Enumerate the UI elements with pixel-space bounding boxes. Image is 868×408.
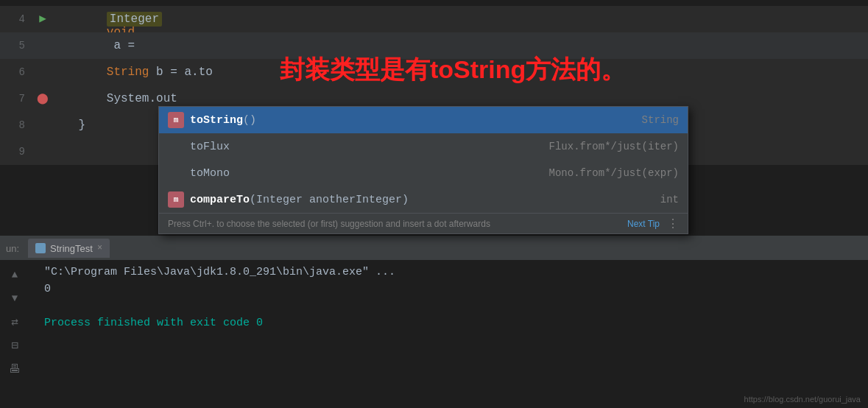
editor-area: 4 ▶ private static void test02 (){ 5 (0, 0, 868, 236)
method-icon-tostring: m (168, 112, 184, 128)
autocomplete-item-compareto[interactable]: m compareTo(Integer anotherInteger) int (159, 186, 688, 213)
line-number-4: 4 (0, 6, 37, 32)
run-gutter-icon[interactable]: ▶ (37, 13, 49, 25)
line-number-6: 6 (0, 59, 37, 85)
gutter-6 (37, 66, 49, 78)
ac-bold-tostring: toString (190, 114, 243, 127)
footer-more-icon[interactable]: ⋮ (667, 217, 679, 231)
ac-return-tomono: Mono.from*/just(expr) (549, 167, 679, 179)
line-number-5: 5 (0, 32, 37, 59)
wrap-lines-button[interactable]: ⇄ (6, 313, 24, 331)
run-panel: un: StringTest × ▲ ▼ ⇄ ⊟ 🖶 "C:\Program F… (0, 236, 868, 408)
run-triangle-icon[interactable]: ▶ (39, 6, 46, 32)
footer-next-tip-link[interactable]: Next Tip (627, 219, 660, 229)
line-8-content: } (50, 112, 85, 138)
gutter-9 (37, 146, 49, 158)
footer-hint-text: Press Ctrl+. to choose the selected (or … (168, 219, 627, 229)
ac-name-toflux: toFlux (190, 141, 540, 153)
line-number-8: 8 (0, 112, 37, 138)
highlight-integer: Integer (107, 12, 162, 27)
file-tab-icon (35, 243, 46, 253)
type-string: String (107, 66, 149, 79)
ac-name-tomono: toMono (190, 167, 540, 180)
gutter-5 (37, 40, 49, 52)
output-line-3 (44, 300, 868, 312)
run-tab-name: StringTest (50, 243, 93, 254)
ac-return-compareto: int (660, 194, 679, 205)
ac-name-compareto: compareTo(Integer anotherInteger) (190, 194, 652, 206)
ac-return-tostring: String (642, 114, 679, 126)
line-number-9: 9 (0, 138, 37, 165)
autocomplete-popup: m toString() String m toFlux Flux.from*/… (158, 106, 688, 234)
gutter-8 (37, 119, 49, 131)
clear-output-button[interactable]: ⊟ (6, 337, 24, 354)
scroll-down-button[interactable]: ▼ (6, 289, 24, 307)
output-line-1: "C:\Program Files\Java\jdk1.8.0_291\bin\… (44, 266, 868, 278)
annotation-overlay: 封装类型是有toString方法的。 (280, 53, 626, 87)
print-button[interactable]: 🖶 (6, 360, 24, 378)
run-label: un: (6, 243, 19, 254)
autocomplete-item-tostring[interactable]: m toString() String (159, 107, 688, 133)
line-number-7: 7 (0, 85, 37, 112)
watermark-text: https://blog.csdn.net/guorui_java (744, 395, 861, 404)
output-line-2: 0 (44, 283, 868, 295)
output-line-4: Process finished with exit code 0 (44, 317, 868, 329)
run-side-controls: ▲ ▼ ⇄ ⊟ 🖶 (6, 266, 24, 378)
ac-bold-compareto: compareTo (190, 194, 250, 206)
line-6-content: String b = a.to (50, 59, 213, 85)
ac-name-tostring: toString() (190, 114, 633, 127)
autocomplete-item-tomono[interactable]: m toMono Mono.from*/just(expr) (159, 160, 688, 186)
method-icon-compareto: m (168, 191, 184, 208)
ac-return-toflux: Flux.from*/just(iter) (549, 141, 679, 152)
run-tab-stringtest[interactable]: StringTest × (28, 239, 110, 258)
autocomplete-item-toflux[interactable]: m toFlux Flux.from*/just(iter) (159, 133, 688, 160)
method-icon-toflux: m (168, 138, 184, 155)
gutter-breakpoint[interactable]: ⬤ (37, 93, 49, 105)
run-tab-bar: un: StringTest × (0, 236, 868, 260)
autocomplete-footer: Press Ctrl+. to choose the selected (or … (159, 213, 688, 233)
run-output-area: ▲ ▼ ⇄ ⊟ 🖶 "C:\Program Files\Java\jdk1.8.… (0, 260, 868, 408)
breakpoint-dot[interactable]: ⬤ (37, 85, 49, 112)
scroll-up-button[interactable]: ▲ (6, 266, 24, 284)
method-icon-tomono: m (168, 165, 184, 181)
run-tab-close-icon[interactable]: × (97, 243, 102, 253)
